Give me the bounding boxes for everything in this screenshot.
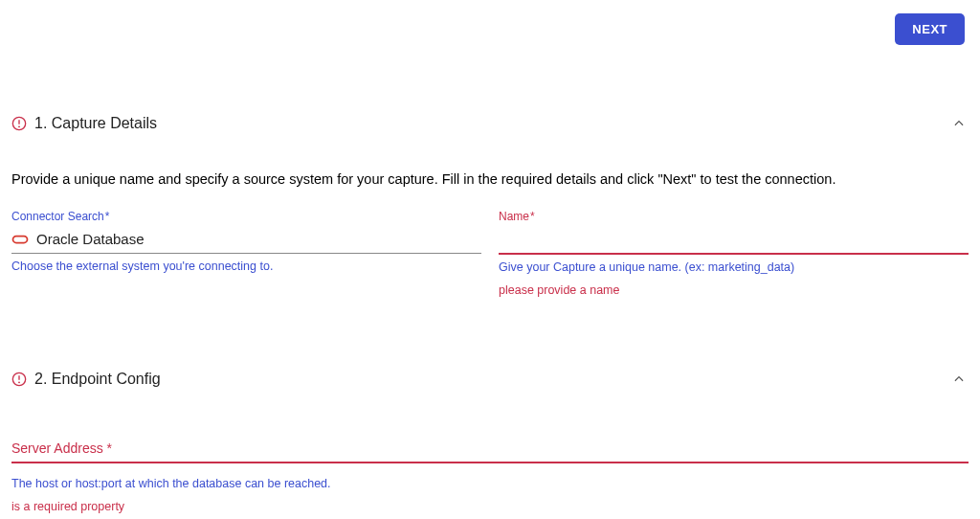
name-label: Name* (499, 210, 969, 223)
section-intro: Provide a unique name and specify a sour… (11, 169, 969, 189)
next-button[interactable]: NEXT (895, 13, 965, 45)
server-address-input[interactable] (11, 462, 969, 463)
oracle-icon (11, 234, 29, 245)
section-endpoint-config: 2. Endpoint Config Server Address * The … (0, 370, 980, 519)
required-mark: * (530, 210, 535, 223)
svg-point-6 (18, 382, 20, 384)
connector-help: Choose the external system you're connec… (11, 260, 481, 273)
server-address-field: Server Address * The host or host:port a… (11, 440, 969, 519)
section-title: 2. Endpoint Config (34, 371, 161, 388)
server-address-error: is a required property (11, 500, 969, 513)
section-title: 1. Capture Details (34, 115, 157, 132)
name-field: Name* Give your Capture a unique name. (… (499, 210, 969, 297)
server-address-label-text: Server Address (11, 440, 103, 456)
connector-label: Connector Search* (11, 210, 481, 223)
svg-point-2 (18, 125, 20, 127)
connector-field: Connector Search* Oracle Database Choose… (11, 210, 481, 297)
svg-rect-3 (13, 236, 28, 242)
name-help: Give your Capture a unique name. (ex: ma… (499, 260, 969, 274)
connector-search-input[interactable]: Oracle Database (11, 227, 481, 254)
required-mark: * (105, 210, 110, 223)
server-address-label: Server Address * (11, 440, 969, 456)
alert-circle-icon (11, 372, 27, 387)
name-label-text: Name (499, 210, 529, 223)
collapse-toggle[interactable] (949, 114, 969, 133)
server-address-help: The host or host:port at which the datab… (11, 477, 969, 490)
connector-value: Oracle Database (36, 231, 145, 247)
alert-circle-icon (11, 116, 27, 131)
name-input[interactable] (499, 227, 969, 255)
collapse-toggle[interactable] (949, 370, 969, 389)
section-capture-details: 1. Capture Details Provide a unique name… (0, 114, 980, 297)
connector-label-text: Connector Search (11, 210, 104, 223)
name-error: please provide a name (499, 283, 969, 297)
required-mark: * (107, 440, 112, 456)
